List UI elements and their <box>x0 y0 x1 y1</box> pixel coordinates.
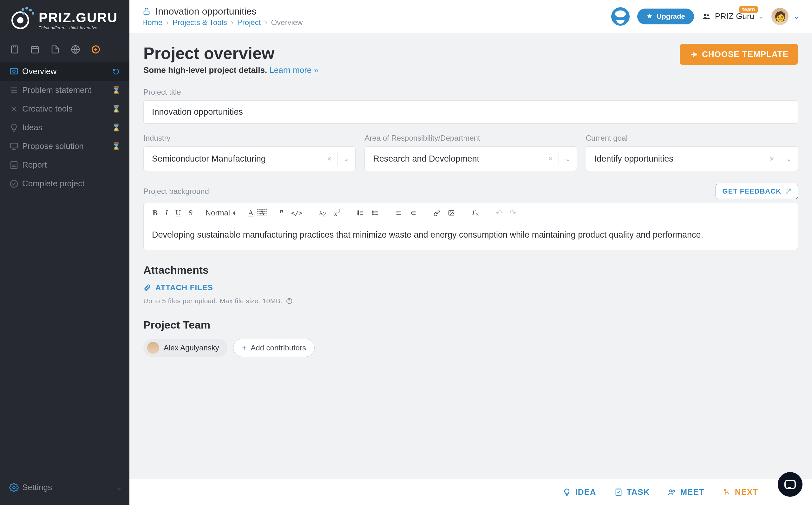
svg-point-25 <box>673 490 675 492</box>
attach-files-button[interactable]: ATTACH FILES <box>143 283 798 292</box>
rte-code[interactable]: </> <box>287 206 307 219</box>
sidebar-footer: Settings ⌄ <box>0 476 129 505</box>
hourglass-icon: ⌛ <box>110 105 122 113</box>
footer-task[interactable]: TASK <box>614 487 650 497</box>
rte-bold[interactable]: B <box>149 206 161 219</box>
goal-select[interactable]: Identify opportunities × ⌄ <box>586 146 798 171</box>
upgrade-button[interactable]: Upgrade <box>637 9 694 24</box>
rte-indent[interactable] <box>406 207 421 219</box>
help-icon[interactable] <box>286 298 293 305</box>
rte-content[interactable]: Developing sustainable manufacturing pra… <box>144 223 798 249</box>
nav-report[interactable]: Report <box>0 156 129 174</box>
page-title: Project overview <box>143 44 319 63</box>
nav-propose-solution[interactable]: Propose solution ⌛ <box>0 137 129 156</box>
clear-icon[interactable]: × <box>764 154 780 164</box>
team-dropdown[interactable]: team PRIZ Guru ⌄ <box>702 11 764 21</box>
label-industry: Industry <box>143 134 356 143</box>
bulb-icon <box>562 488 571 497</box>
nav-label: Complete project <box>22 179 122 188</box>
nav-overview[interactable]: Overview <box>0 62 129 81</box>
calendar-icon[interactable] <box>29 44 40 55</box>
paperclip-icon <box>143 284 151 292</box>
document-icon[interactable] <box>49 44 61 55</box>
refresh-icon <box>110 68 122 75</box>
group-icon <box>702 12 711 21</box>
bc-project[interactable]: Project <box>237 18 261 27</box>
attach-note: Up to 5 files per upload. Max file size:… <box>143 297 798 305</box>
industry-select[interactable]: Semiconductor Manufacturing × ⌄ <box>143 146 356 171</box>
logo[interactable]: PRIZ.GURU Think different, think inventi… <box>0 0 129 37</box>
hourglass-icon: ⌛ <box>110 86 122 95</box>
department-select[interactable]: Research and Development × ⌄ <box>364 146 577 171</box>
project-title-input[interactable] <box>143 101 798 124</box>
bc-sep: › <box>166 18 169 27</box>
chevron-down-icon[interactable]: ⌄ <box>780 154 798 163</box>
rte-clear-format[interactable]: T× <box>468 205 483 220</box>
nav-label: Propose solution <box>22 141 110 151</box>
rte-link[interactable] <box>430 207 444 219</box>
nav-complete-project[interactable]: Complete project <box>0 174 129 193</box>
choose-template-button[interactable]: CHOOSE TEMPLATE <box>680 44 798 65</box>
learn-more-link[interactable]: Learn more » <box>269 65 319 75</box>
upgrade-icon <box>646 13 653 20</box>
svg-point-5 <box>13 70 15 72</box>
add-icon[interactable] <box>90 44 102 55</box>
rte-italic[interactable]: I <box>161 206 171 219</box>
svg-point-26 <box>724 489 726 491</box>
footer-next[interactable]: NEXT <box>722 487 758 497</box>
rte-color[interactable]: A <box>244 206 257 219</box>
rte-strike[interactable]: S <box>185 206 196 219</box>
team-badge: team <box>739 6 758 13</box>
team-member[interactable]: Alex Agulyansky <box>143 339 227 357</box>
chevron-down-icon[interactable]: ⌄ <box>338 154 355 163</box>
get-feedback-label: GET FEEDBACK <box>722 187 781 195</box>
footer-idea[interactable]: IDEA <box>562 487 596 497</box>
chevron-down-icon[interactable]: ⌄ <box>559 154 577 163</box>
svg-point-8 <box>10 180 18 187</box>
notes-icon[interactable] <box>9 44 20 55</box>
team-heading: Project Team <box>143 319 798 331</box>
footer-bar: IDEA TASK MEET NEXT <box>129 479 812 505</box>
rte-quote[interactable]: ❞ <box>276 206 287 220</box>
chat-bubble-button[interactable] <box>778 472 803 497</box>
hourglass-icon: ⌛ <box>110 142 122 151</box>
main: Innovation opportunities Home › Projects… <box>129 0 812 505</box>
footer-meet[interactable]: MEET <box>667 487 704 497</box>
rte-paragraph-style[interactable]: Normal▴▾ <box>206 208 235 217</box>
rte-underline[interactable]: U <box>171 206 185 219</box>
get-feedback-button[interactable]: GET FEEDBACK <box>716 184 798 199</box>
user-avatar[interactable]: 🧑 <box>772 8 789 25</box>
rte-ordered-list[interactable]: 123 <box>353 207 368 219</box>
clear-icon[interactable]: × <box>321 154 337 164</box>
globe-icon[interactable] <box>70 44 81 55</box>
chevron-down-icon: ⌄ <box>116 483 122 492</box>
rte-highlight[interactable]: A <box>257 208 266 218</box>
add-contributors-label: Add contributors <box>251 343 306 352</box>
assistant-avatar[interactable] <box>611 7 629 26</box>
rte-align[interactable] <box>391 207 406 219</box>
rte-undo[interactable]: ↶ <box>492 206 506 220</box>
attachments-heading: Attachments <box>143 264 798 276</box>
rte-unordered-list[interactable] <box>368 207 382 219</box>
rte-subscript[interactable]: x2 <box>315 205 330 220</box>
member-name: Alex Agulyansky <box>164 343 219 352</box>
settings-button[interactable]: Settings ⌄ <box>8 483 122 492</box>
board-icon <box>8 142 20 151</box>
nav-problem-statement[interactable]: Problem statement ⌛ <box>0 81 129 100</box>
list-icon <box>8 86 20 95</box>
bc-home[interactable]: Home <box>142 18 162 27</box>
add-contributors-button[interactable]: + Add contributors <box>233 339 315 357</box>
rte-superscript[interactable]: x2 <box>330 205 344 220</box>
clear-icon[interactable]: × <box>543 154 559 164</box>
nav: Overview Problem statement ⌛ Creative to… <box>0 62 129 476</box>
rte-editor: B I U S Normal▴▾ A A ❞ </> x2 x2 123 <box>143 203 798 250</box>
bc-projects-tools[interactable]: Projects & Tools <box>172 18 227 27</box>
content: Project overview Some high-level project… <box>129 33 812 505</box>
user-chevron-icon[interactable]: ⌄ <box>794 12 799 21</box>
nav-creative-tools[interactable]: Creative tools ⌛ <box>0 100 129 118</box>
chevron-down-icon: ⌄ <box>758 12 764 21</box>
nav-ideas[interactable]: Ideas ⌛ <box>0 118 129 137</box>
rte-redo[interactable]: ↷ <box>506 206 520 220</box>
logo-tagline: Think different, think inventive... <box>39 26 118 30</box>
rte-image[interactable] <box>444 207 459 219</box>
